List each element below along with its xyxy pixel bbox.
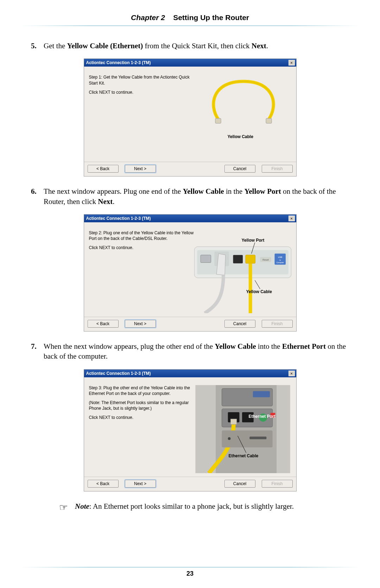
image-label: Yellow Port — [242, 238, 265, 243]
finish-button: Finish — [262, 320, 293, 328]
svg-text:Computer: Computer — [276, 262, 284, 264]
header-divider — [20, 25, 360, 26]
page-header: Chapter 2 Setting Up the Router — [0, 0, 380, 25]
dialog-instructions: Step 2: Plug one end of the Yellow Cable… — [89, 230, 194, 313]
dialog-instructions: Step 1: Get the Yellow Cable from the Ac… — [89, 74, 194, 158]
svg-line-15 — [255, 280, 260, 289]
close-icon[interactable]: × — [289, 60, 295, 66]
chapter-title: Setting Up the Router — [173, 13, 249, 21]
svg-rect-7 — [245, 255, 255, 264]
note-pointing-hand-icon: ☞ — [59, 501, 68, 514]
step-7: 7. When the next window appears, plug th… — [31, 341, 349, 491]
dialog-title: Actiontec Connection 1-2-3 (TM) — [86, 371, 289, 376]
wizard-dialog-step2: Actiontec Connection 1-2-3 (TM) × Step 2… — [84, 214, 297, 332]
svg-text:Reset: Reset — [262, 259, 268, 261]
svg-rect-0 — [215, 118, 221, 123]
dialog-title: Actiontec Connection 1-2-3 (TM) — [86, 60, 289, 65]
cancel-button[interactable]: Cancel — [224, 320, 255, 328]
back-button[interactable]: < Back — [88, 320, 119, 328]
step-text: Get the Yellow Cable (Ethernet) from the… — [44, 41, 349, 51]
note-text: Note: An Ethernet port looks similar to … — [75, 501, 304, 512]
dialog-image: Yellow Cable — [194, 74, 291, 158]
dialog-titlebar: Actiontec Connection 1-2-3 (TM) × — [84, 370, 296, 377]
yellow-cable-illustration — [205, 78, 282, 127]
wizard-dialog-step3: Actiontec Connection 1-2-3 (TM) × Step 3… — [84, 369, 297, 491]
step-number: 7. — [31, 341, 44, 361]
page-content: 5. Get the Yellow Cable (Ethernet) from … — [0, 26, 380, 514]
step-number: 6. — [31, 186, 44, 206]
next-button[interactable]: Next > — [125, 165, 156, 173]
cancel-button[interactable]: Cancel — [224, 165, 255, 173]
step-6: 6. The next window appears. Plug one end… — [31, 186, 349, 332]
image-label: Ethernet Port — [249, 414, 276, 419]
svg-rect-25 — [230, 419, 236, 424]
dialog-title: Actiontec Connection 1-2-3 (TM) — [86, 216, 289, 221]
svg-point-27 — [228, 437, 230, 440]
svg-text:to: to — [279, 259, 281, 261]
svg-rect-1 — [266, 118, 272, 123]
dialog-image: Reset USB to Computer Yellow Port Yellow… — [194, 230, 291, 313]
svg-rect-6 — [233, 255, 243, 264]
finish-button: Finish — [262, 480, 293, 488]
note-block: ☞ Note: An Ethernet port looks similar t… — [59, 501, 349, 514]
chapter-prefix: Chapter 2 — [131, 13, 165, 21]
image-label: Ethernet Cable — [229, 453, 259, 458]
close-icon[interactable]: × — [289, 216, 295, 221]
finish-button: Finish — [262, 165, 293, 173]
image-label: Yellow Cable — [228, 134, 253, 139]
back-button[interactable]: < Back — [88, 165, 119, 173]
wizard-dialog-step1: Actiontec Connection 1-2-3 (TM) × Step 1… — [84, 58, 297, 177]
image-label: Yellow Cable — [246, 289, 272, 294]
page-number: 23 — [0, 570, 380, 577]
dialog-image: Ethernet Port Ethernet Cable — [194, 385, 291, 473]
back-button[interactable]: < Back — [88, 480, 119, 488]
step-5: 5. Get the Yellow Cable (Ethernet) from … — [31, 41, 349, 177]
footer-divider — [20, 567, 360, 568]
close-icon[interactable]: × — [289, 371, 295, 376]
svg-text:USB: USB — [278, 256, 282, 258]
next-button[interactable]: Next > — [125, 480, 156, 488]
step-number: 5. — [31, 41, 44, 51]
svg-rect-19 — [253, 391, 270, 397]
cancel-button[interactable]: Cancel — [224, 480, 255, 488]
svg-rect-28 — [249, 437, 266, 439]
step-text: When the next window appears, plug the o… — [44, 341, 349, 361]
computer-back-illustration — [194, 385, 291, 473]
dialog-instructions: Step 3: Plug the other end of the Yellow… — [89, 385, 194, 473]
step-text: The next window appears. Plug one end of… — [44, 186, 349, 206]
svg-rect-4 — [201, 255, 211, 263]
dialog-titlebar: Actiontec Connection 1-2-3 (TM) × — [84, 215, 296, 222]
dialog-titlebar: Actiontec Connection 1-2-3 (TM) × — [84, 59, 296, 67]
next-button[interactable]: Next > — [125, 320, 156, 328]
